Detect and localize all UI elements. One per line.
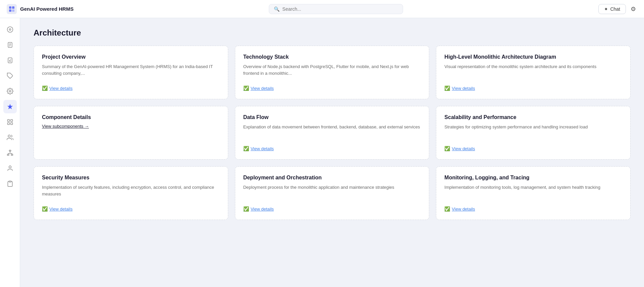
card-title-security-measures: Security Measures bbox=[42, 175, 220, 181]
app-logo bbox=[7, 4, 17, 14]
cards-grid: Project OverviewSummary of the GenAI-pow… bbox=[34, 46, 631, 220]
svg-point-18 bbox=[8, 135, 10, 137]
card-link-scalability-performance[interactable]: ✅ View details bbox=[444, 146, 475, 151]
chat-icon: ✦ bbox=[604, 6, 608, 12]
check-circle-icon: ✅ bbox=[42, 85, 48, 91]
sidebar-item-grid[interactable] bbox=[3, 115, 17, 129]
card-desc-scalability-performance: Strategies for optimizing system perform… bbox=[444, 124, 622, 142]
svg-rect-14 bbox=[7, 120, 9, 122]
card-title-data-flow: Data Flow bbox=[243, 114, 421, 120]
sidebar-item-ai[interactable] bbox=[3, 100, 17, 113]
card-link-technology-stack[interactable]: ✅ View details bbox=[243, 85, 274, 91]
sidebar-item-tags[interactable] bbox=[3, 69, 17, 82]
chat-button[interactable]: ✦ Chat bbox=[598, 4, 626, 14]
check-circle-icon: ✅ bbox=[444, 206, 450, 212]
main-content: Architecture Project OverviewSummary of … bbox=[20, 18, 644, 287]
card-project-overview: Project OverviewSummary of the GenAI-pow… bbox=[34, 46, 228, 99]
card-component-details: Component DetailsView subcomponents → bbox=[34, 106, 228, 160]
card-title-scalability-performance: Scalability and Performance bbox=[444, 114, 622, 120]
card-title-project-overview: Project Overview bbox=[42, 54, 220, 60]
card-link-deployment-orchestration[interactable]: ✅ View details bbox=[243, 206, 274, 212]
sidebar-item-documents[interactable] bbox=[3, 38, 17, 52]
card-high-level-architecture: High-Level Monolithic Architecture Diagr… bbox=[436, 46, 631, 99]
top-header: GenAI Powered HRMS 🔍 ✦ Chat ⚙ bbox=[0, 0, 644, 18]
check-circle-icon: ✅ bbox=[243, 146, 249, 151]
search-icon: 🔍 bbox=[274, 6, 280, 12]
header-left: GenAI Powered HRMS bbox=[7, 4, 73, 14]
card-title-deployment-orchestration: Deployment and Orchestration bbox=[243, 175, 421, 181]
svg-rect-15 bbox=[10, 120, 12, 122]
svg-point-4 bbox=[7, 27, 13, 33]
card-title-component-details: Component Details bbox=[42, 114, 220, 120]
svg-rect-2 bbox=[9, 9, 11, 12]
svg-rect-27 bbox=[9, 181, 11, 182]
search-bar[interactable]: 🔍 bbox=[269, 4, 403, 14]
card-desc-technology-stack: Overview of Node.js backend with Postgre… bbox=[243, 63, 421, 82]
sidebar-item-org[interactable] bbox=[3, 146, 17, 160]
svg-rect-20 bbox=[7, 154, 9, 155]
sidebar-item-people-group[interactable] bbox=[3, 131, 17, 144]
card-sublink-component-details[interactable]: View subcomponents → bbox=[42, 124, 89, 129]
card-desc-security-measures: Implementation of security features, inc… bbox=[42, 184, 220, 203]
settings-button[interactable]: ⚙ bbox=[629, 4, 637, 14]
card-scalability-performance: Scalability and PerformanceStrategies fo… bbox=[436, 106, 631, 160]
svg-point-26 bbox=[9, 166, 11, 168]
svg-point-13 bbox=[9, 91, 11, 92]
app-title: GenAI Powered HRMS bbox=[20, 6, 73, 12]
check-circle-icon: ✅ bbox=[243, 206, 249, 212]
svg-point-5 bbox=[9, 29, 11, 31]
svg-rect-17 bbox=[10, 123, 12, 125]
card-data-flow: Data FlowExplanation of data movement be… bbox=[235, 106, 430, 160]
sidebar-item-clipboard[interactable] bbox=[3, 177, 17, 190]
check-circle-icon: ✅ bbox=[444, 85, 450, 91]
sidebar-item-user[interactable] bbox=[3, 162, 17, 175]
svg-rect-19 bbox=[9, 150, 11, 151]
svg-rect-16 bbox=[7, 123, 9, 125]
header-right: ✦ Chat ⚙ bbox=[598, 4, 637, 14]
card-desc-monitoring-logging: Implementation of monitoring tools, log … bbox=[444, 184, 622, 203]
card-desc-project-overview: Summary of the GenAI-powered HR Manageme… bbox=[42, 63, 220, 82]
card-security-measures: Security MeasuresImplementation of secur… bbox=[34, 166, 228, 220]
main-layout: Architecture Project OverviewSummary of … bbox=[0, 18, 644, 287]
card-desc-data-flow: Explanation of data movement between fro… bbox=[243, 124, 421, 142]
svg-rect-3 bbox=[12, 9, 14, 12]
card-link-high-level-architecture[interactable]: ✅ View details bbox=[444, 85, 475, 91]
card-desc-high-level-architecture: Visual representation of the monolithic … bbox=[444, 63, 622, 82]
sidebar-item-settings[interactable] bbox=[3, 84, 17, 98]
card-deployment-orchestration: Deployment and OrchestrationDeployment p… bbox=[235, 166, 430, 220]
card-desc-deployment-orchestration: Deployment process for the monolithic ap… bbox=[243, 184, 421, 203]
page-title: Architecture bbox=[34, 28, 631, 38]
card-technology-stack: Technology StackOverview of Node.js back… bbox=[235, 46, 430, 99]
card-monitoring-logging: Monitoring, Logging, and TracingImplemen… bbox=[436, 166, 631, 220]
card-link-monitoring-logging[interactable]: ✅ View details bbox=[444, 206, 475, 212]
card-title-high-level-architecture: High-Level Monolithic Architecture Diagr… bbox=[444, 54, 622, 60]
check-circle-icon: ✅ bbox=[42, 206, 48, 212]
sidebar bbox=[0, 18, 20, 287]
svg-rect-21 bbox=[11, 154, 13, 155]
chat-button-label: Chat bbox=[610, 6, 620, 12]
sidebar-item-tasks[interactable] bbox=[3, 54, 17, 67]
search-input[interactable] bbox=[282, 6, 398, 12]
card-link-security-measures[interactable]: ✅ View details bbox=[42, 206, 72, 212]
card-title-technology-stack: Technology Stack bbox=[243, 54, 421, 60]
check-circle-icon: ✅ bbox=[444, 146, 450, 151]
sidebar-item-dashboard[interactable] bbox=[3, 23, 17, 36]
card-link-data-flow[interactable]: ✅ View details bbox=[243, 146, 274, 151]
svg-rect-0 bbox=[9, 6, 11, 9]
card-title-monitoring-logging: Monitoring, Logging, and Tracing bbox=[444, 175, 622, 181]
svg-rect-1 bbox=[12, 6, 14, 9]
card-link-project-overview[interactable]: ✅ View details bbox=[42, 85, 72, 91]
check-circle-icon: ✅ bbox=[243, 85, 249, 91]
